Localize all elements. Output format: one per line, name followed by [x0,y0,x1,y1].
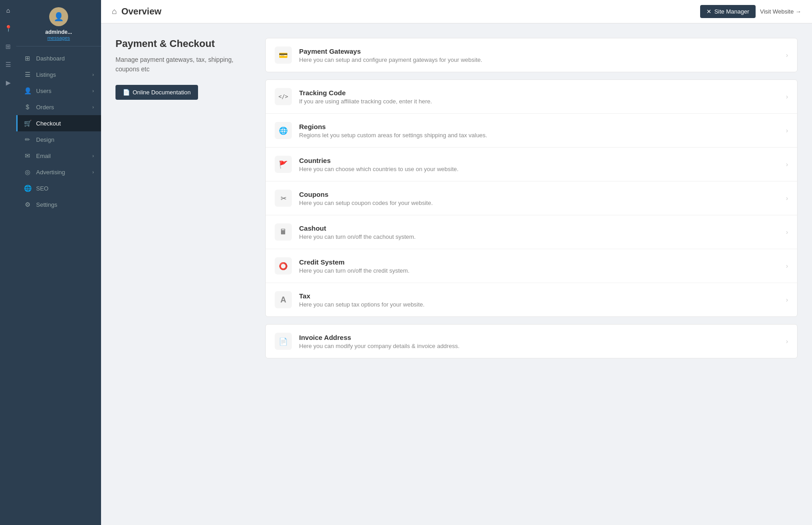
seo-icon: 🌐 [23,185,32,192]
card-title: Tax [299,292,779,300]
chevron-right-icon: › [92,72,94,77]
chevron-right-icon: › [92,170,94,175]
chevron-right-icon: › [786,228,788,236]
rail-list-icon[interactable]: ☰ [3,60,13,70]
rail-play-icon[interactable]: ▶ [3,78,13,88]
advertising-icon: ◎ [23,168,32,176]
sidebar-item-listings[interactable]: ☰ Listings › [16,66,101,83]
doc-button-label: Online Documentation [133,89,191,96]
sidebar-messages-link[interactable]: messages [47,35,70,41]
card-desc: Here you can turn on/off the cachout sys… [299,233,779,240]
rail-grid-icon[interactable]: ⊞ [3,42,13,51]
card-coupons[interactable]: ✂ Coupons Here you can setup coupon code… [266,181,797,215]
chevron-right-icon: › [786,262,788,269]
sidebar-item-advertising[interactable]: ◎ Advertising › [16,164,101,180]
users-icon: 👤 [23,87,32,94]
card-title: Invoice Address [299,334,779,341]
card-text: Regions Regions let you setup custom are… [299,123,779,139]
countries-icon: 🚩 [275,156,292,173]
tax-icon: A [275,291,292,308]
chevron-right-icon: › [92,153,94,158]
chevron-right-icon: › [786,51,788,59]
icon-rail: ⌂ 📍 ⊞ ☰ ▶ [0,0,16,525]
sidebar-item-label: SEO [36,185,48,192]
card-text: Invoice Address Here you can modify your… [299,334,779,349]
cashout-icon: 🖩 [275,223,292,241]
card-title: Countries [299,157,779,164]
avatar: 👤 [49,7,68,26]
card-desc: If you are using affiliate tracking code… [299,98,779,105]
design-icon: ✏ [23,136,32,143]
card-title: Tracking Code [299,89,779,97]
sidebar-item-design[interactable]: ✏ Design [16,131,101,148]
sidebar-item-label: Listings [36,71,56,78]
sidebar-item-label: Email [36,153,51,159]
card-group-misc: </> Tracking Code If you are using affil… [265,79,798,317]
content-area: Payment & Checkout Manage payment gatewa… [101,23,812,525]
card-countries[interactable]: 🚩 Countries Here you can choose which co… [266,148,797,181]
checkout-icon: 🛒 [23,120,32,127]
card-text: Tax Here you can setup tax options for y… [299,292,779,308]
card-title: Cashout [299,224,779,232]
card-credit-system[interactable]: ⭕ Credit System Here you can turn on/off… [266,249,797,283]
panel-heading: Payment & Checkout [115,38,251,50]
card-text: Cashout Here you can turn on/off the cac… [299,224,779,240]
sidebar-item-label: Settings [36,201,57,208]
coupons-icon: ✂ [275,190,292,207]
card-title: Coupons [299,190,779,198]
card-desc: Here you can choose which countries to u… [299,166,779,172]
rail-home-icon[interactable]: ⌂ [3,5,13,15]
sidebar-item-dashboard[interactable]: ⊞ Dashboard [16,50,101,66]
visit-website-label: Visit Website → [760,8,801,15]
card-tax[interactable]: A Tax Here you can setup tax options for… [266,283,797,316]
chevron-right-icon: › [786,338,788,345]
card-cashout[interactable]: 🖩 Cashout Here you can turn on/off the c… [266,215,797,249]
home-icon: ⌂ [112,7,117,16]
listings-icon: ☰ [23,71,32,78]
left-panel: Payment & Checkout Manage payment gatewa… [115,38,251,511]
card-payment-gateways[interactable]: 💳 Payment Gateways Here you can setup an… [266,38,797,72]
orders-icon: $ [23,103,32,111]
sidebar-item-users[interactable]: 👤 Users › [16,83,101,99]
card-title: Regions [299,123,779,130]
card-text: Credit System Here you can turn on/off t… [299,258,779,274]
sidebar-item-checkout[interactable]: 🛒 Checkout [16,115,101,131]
card-group-payment: 💳 Payment Gateways Here you can setup an… [265,38,798,72]
card-desc: Regions let you setup custom areas for s… [299,132,779,139]
sidebar-item-email[interactable]: ✉ Email › [16,148,101,164]
card-title: Payment Gateways [299,47,779,55]
card-desc: Here you can setup and configure payment… [299,56,779,63]
online-documentation-button[interactable]: 📄 Online Documentation [115,85,198,100]
sidebar-item-label: Design [36,136,54,143]
chevron-right-icon: › [786,127,788,134]
card-tracking-code[interactable]: </> Tracking Code If you are using affil… [266,80,797,114]
card-group-invoice: 📄 Invoice Address Here you can modify yo… [265,324,798,358]
sidebar-nav: ⊞ Dashboard ☰ Listings › 👤 Users › $ Ord… [16,46,101,525]
card-desc: Here you can setup coupon codes for your… [299,200,779,206]
sidebar-item-seo[interactable]: 🌐 SEO [16,180,101,196]
tracking-code-icon: </> [275,88,292,105]
sidebar: 👤 adminde... messages ⊞ Dashboard ☰ List… [16,0,101,525]
payment-gateways-icon: 💳 [275,46,292,64]
main-area: ⌂ Overview ✕ Site Manager Visit Website … [101,0,812,525]
sidebar-item-label: Advertising [36,169,65,176]
sidebar-item-label: Users [36,88,51,94]
site-manager-button[interactable]: ✕ Site Manager [700,5,755,18]
sidebar-item-label: Checkout [36,120,61,127]
card-invoice-address[interactable]: 📄 Invoice Address Here you can modify yo… [266,325,797,358]
site-manager-icon: ✕ [706,8,711,15]
visit-website-button[interactable]: Visit Website → [760,8,801,15]
email-icon: ✉ [23,152,32,159]
regions-icon: 🌐 [275,122,292,139]
chevron-right-icon: › [786,195,788,202]
sidebar-user: 👤 adminde... messages [16,0,101,46]
invoice-address-icon: 📄 [275,333,292,350]
card-text: Payment Gateways Here you can setup and … [299,47,779,63]
sidebar-item-orders[interactable]: $ Orders › [16,99,101,115]
sidebar-item-settings[interactable]: ⚙ Settings [16,196,101,213]
card-regions[interactable]: 🌐 Regions Regions let you setup custom a… [266,114,797,148]
sidebar-item-label: Orders [36,104,54,111]
panel-description: Manage payment gateways, tax, shipping, … [115,55,251,74]
card-desc: Here you can setup tax options for your … [299,301,779,308]
rail-pin-icon[interactable]: 📍 [3,23,13,33]
